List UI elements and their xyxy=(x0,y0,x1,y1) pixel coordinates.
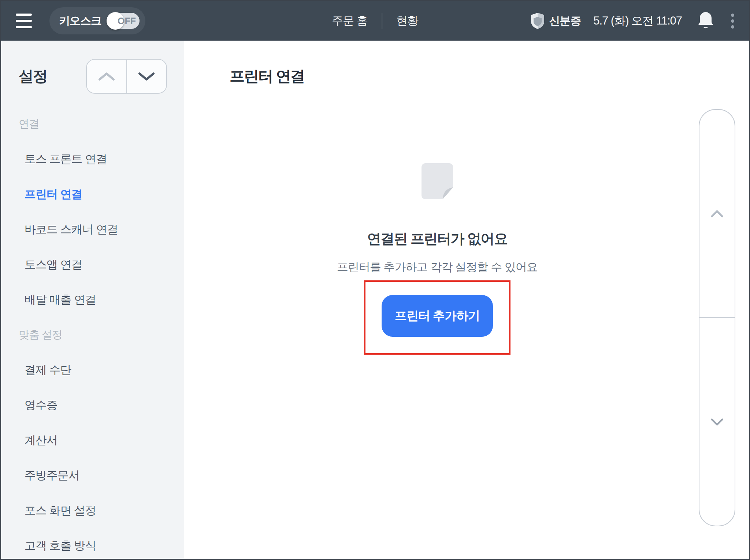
scroll-down-button[interactable] xyxy=(699,318,735,526)
more-menu-icon[interactable] xyxy=(729,11,736,31)
id-card-menu[interactable]: 신분증 xyxy=(531,12,581,29)
chevron-up-icon xyxy=(711,210,723,217)
toggle-state-label: OFF xyxy=(118,16,136,26)
id-shield-icon xyxy=(531,12,545,29)
settings-sidebar: 설정 연결 토스 프론트 연결 프린터 연결 바코드 스캐너 연결 토스앱 연결… xyxy=(1,41,184,559)
sidebar-item-kitchen-order[interactable]: 주방주문서 xyxy=(1,458,184,493)
kiosk-toggle-group: 키오스크 OFF xyxy=(49,7,145,34)
sidebar-item-customer-call[interactable]: 고객 호출 방식 xyxy=(1,528,184,560)
sidebar-item-toss-front[interactable]: 토스 프론트 연결 xyxy=(1,142,184,177)
datetime-display: 5.7 (화) 오전 11:07 xyxy=(593,13,682,29)
nav-order-home[interactable]: 주문 홈 xyxy=(332,13,368,29)
empty-state: 연결된 프린터가 없어요 프린터를 추가하고 각각 설정할 수 있어요 프린터 … xyxy=(184,41,690,559)
empty-state-heading: 연결된 프린터가 없어요 xyxy=(184,229,690,248)
chevron-up-icon xyxy=(98,72,115,81)
sidebar-item-barcode-scanner[interactable]: 바코드 스캐너 연결 xyxy=(1,212,184,247)
sidebar-menu: 연결 토스 프론트 연결 프린터 연결 바코드 스캐너 연결 토스앱 연결 배달… xyxy=(1,107,184,560)
empty-state-subtitle: 프린터를 추가하고 각각 설정할 수 있어요 xyxy=(184,260,690,275)
topbar-right-group: 신분증 5.7 (화) 오전 11:07 xyxy=(531,1,739,41)
sidebar-title: 설정 xyxy=(19,66,47,86)
chevron-down-icon xyxy=(711,418,723,426)
id-card-label: 신분증 xyxy=(549,14,581,29)
empty-document-icon xyxy=(184,163,690,199)
nav-status[interactable]: 현황 xyxy=(396,13,418,29)
sidebar-item-invoice[interactable]: 계산서 xyxy=(1,423,184,458)
sidebar-section-connection: 연결 xyxy=(1,107,184,142)
sidebar-header: 설정 xyxy=(19,59,167,94)
kiosk-label: 키오스크 xyxy=(59,14,101,29)
top-navigation: 주문 홈 현황 xyxy=(332,1,418,41)
top-bar: 키오스크 OFF 주문 홈 현황 신분증 5.7 (화) 오전 11:07 xyxy=(1,1,749,41)
nav-divider xyxy=(382,13,382,29)
sidebar-item-toss-app[interactable]: 토스앱 연결 xyxy=(1,247,184,282)
annotation-highlight-box: 프린터 추가하기 xyxy=(364,280,510,355)
sidebar-item-printer[interactable]: 프린터 연결 xyxy=(1,177,184,212)
chevron-down-icon xyxy=(138,72,155,81)
sidebar-section-custom-settings: 맞춤 설정 xyxy=(1,317,184,352)
notification-bell-icon[interactable] xyxy=(698,11,713,30)
page-scroll-control xyxy=(699,109,735,526)
sidebar-item-pos-screen[interactable]: 포스 화면 설정 xyxy=(1,493,184,528)
add-printer-button[interactable]: 프린터 추가하기 xyxy=(382,295,493,337)
sidebar-item-payment-methods[interactable]: 결제 수단 xyxy=(1,352,184,388)
sidebar-item-receipt[interactable]: 영수증 xyxy=(1,388,184,423)
sidebar-scroll-up-button[interactable] xyxy=(87,60,127,93)
sidebar-scroll-down-button[interactable] xyxy=(127,60,167,93)
main-content: 프린터 연결 연결된 프린터가 없어요 프린터를 추가하고 각각 설정할 수 있… xyxy=(184,41,749,559)
scroll-up-button[interactable] xyxy=(699,110,735,318)
kiosk-toggle[interactable]: OFF xyxy=(107,13,140,29)
sidebar-pager xyxy=(86,59,167,94)
hamburger-menu-icon[interactable] xyxy=(16,14,32,28)
sidebar-item-delivery-sales[interactable]: 배달 매출 연결 xyxy=(1,282,184,317)
